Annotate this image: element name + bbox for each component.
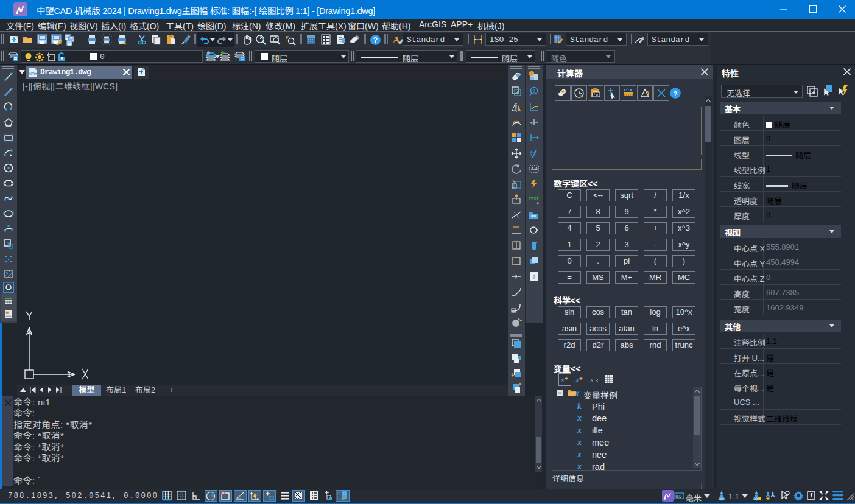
svg-text:TEXT: TEXT [529,197,539,201]
svg-text:?: ? [674,90,678,97]
svg-text:A-A: A-A [531,167,538,171]
svg-text:?: ? [373,36,378,44]
svg-text:0.0: 0.0 [676,494,682,499]
svg-text:x: x [560,375,565,384]
svg-text:x: x [575,375,579,384]
svg-text:1: 1 [533,89,535,93]
svg-text:x: x [589,375,594,384]
svg-text:DWG: DWG [29,72,37,75]
svg-text:?: ? [532,274,536,280]
